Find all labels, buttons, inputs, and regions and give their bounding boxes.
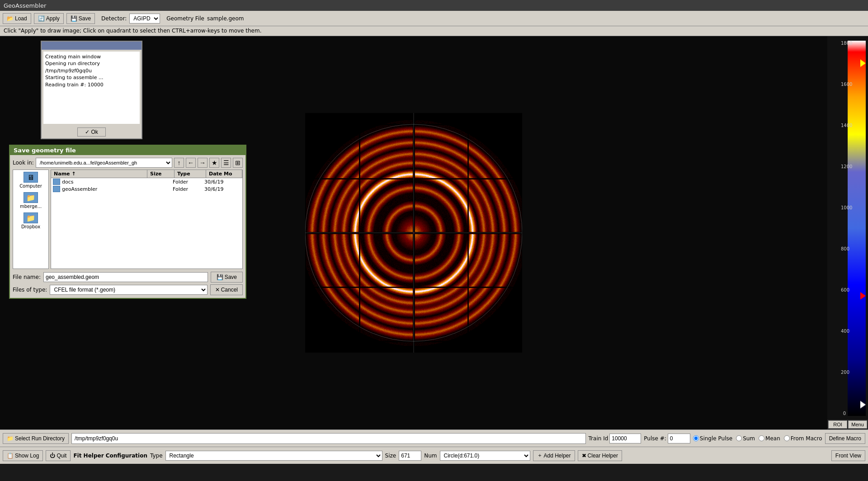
clear-icon: ✖: [582, 453, 586, 459]
colorbar-tick: 200: [841, 370, 866, 375]
folder-icon: [53, 179, 60, 185]
info-bar: Click "Apply" to draw image; Click on qu…: [0, 26, 868, 36]
place-icon: 📁: [24, 212, 38, 223]
view-detail-button[interactable]: ⊞: [233, 158, 243, 168]
bottom-bar1: 📁 Select Run Directory Train Id Pulse #:…: [0, 429, 868, 447]
filetype-label: Files of type:: [13, 287, 47, 293]
size-input[interactable]: [399, 451, 421, 461]
load-icon: 📂: [7, 15, 14, 22]
nav-forward-button[interactable]: →: [198, 158, 208, 168]
add-helper-button[interactable]: ＋ Add Helper: [533, 450, 575, 461]
lookin-row: Look in: /home/unimelb.edu.a...fel/geoAs…: [13, 158, 243, 168]
files-panel: Name ↑ Size Type Date Mo docsFolder30/6/…: [51, 170, 243, 269]
place-item[interactable]: 📁Dropbox: [13, 211, 48, 231]
table-row[interactable]: docsFolder30/6/19: [51, 178, 242, 185]
lookin-combo[interactable]: /home/unimelb.edu.a...fel/geoAssembler_g…: [36, 158, 172, 168]
mean-radio[interactable]: Mean: [759, 435, 780, 442]
roi-button[interactable]: ROI: [828, 420, 847, 429]
colorbar-tick: 0: [841, 411, 866, 416]
save-action-button[interactable]: 💾 Save: [211, 272, 243, 283]
num-label: Num: [424, 453, 437, 459]
train-id-label: Train Id: [589, 435, 609, 442]
table-row[interactable]: geoAssemblerFolder30/6/19: [51, 185, 242, 193]
filetype-combo[interactable]: CFEL file format (*.geom): [50, 285, 207, 295]
info-text: Click "Apply" to draw image; Click on qu…: [4, 28, 261, 34]
from-macro-radio[interactable]: From Macro: [784, 435, 822, 442]
detector-canvas[interactable]: [305, 113, 522, 353]
colorbar-tick: 800: [841, 246, 866, 251]
log-ok-area: ✓ Ok: [42, 126, 142, 138]
cancel-button[interactable]: ✕ Cancel: [210, 284, 243, 295]
save-dialog-body: Look in: /home/unimelb.edu.a...fel/geoAs…: [10, 155, 245, 298]
place-icon: 🖥: [24, 172, 38, 183]
quit-button[interactable]: ⏻ Quit: [46, 450, 71, 461]
places-panel: 🖥Computer📁mberge...📁Dropbox: [13, 170, 49, 269]
col-name[interactable]: Name ↑: [51, 170, 147, 178]
folder-icon: [53, 186, 60, 192]
log-icon: 📋: [7, 453, 14, 459]
col-date[interactable]: Date Mo: [206, 170, 242, 178]
save-action-icon: 💾: [217, 274, 223, 280]
select-run-directory-button[interactable]: 📁 Select Run Directory: [3, 433, 69, 444]
colorbar-tick: 1800: [841, 41, 866, 46]
place-icon: 📁: [24, 192, 38, 203]
apply-button[interactable]: 🔄 Apply: [34, 13, 64, 24]
title-bar: GeoAssembler: [0, 0, 868, 11]
nav-back-button[interactable]: ←: [186, 158, 196, 168]
add-icon: ＋: [537, 452, 542, 459]
train-id-input[interactable]: [609, 434, 641, 443]
toolbar: 📂 Load 🔄 Apply 💾 Save Detector: AGIPD LP…: [0, 11, 868, 26]
files-header: Name ↑ Size Type Date Mo: [51, 170, 242, 178]
place-item[interactable]: 🖥Computer: [13, 170, 48, 190]
save-geometry-dialog: Save geometry file Look in: /home/unimel…: [9, 145, 246, 299]
type-combo[interactable]: Rectangle Circle: [165, 451, 382, 461]
log-ok-button[interactable]: ✓ Ok: [77, 127, 106, 137]
size-label: Size: [385, 453, 396, 459]
nav-up-button[interactable]: ↑: [174, 158, 184, 168]
helper-config-label: Fit Helper Configuration: [73, 453, 147, 459]
apply-icon: 🔄: [38, 15, 45, 22]
pulse-label: Pulse #:: [644, 435, 666, 442]
save-icon: 💾: [71, 15, 77, 22]
col-type[interactable]: Type: [175, 170, 206, 178]
menu-button[interactable]: Menu: [848, 420, 867, 429]
num-combo[interactable]: Circle(d:671.0): [440, 451, 530, 461]
main-content: 180016001400120010008006004002000 ROI Me…: [0, 36, 868, 429]
save-button[interactable]: 💾 Save: [66, 13, 95, 24]
save-dialog-titlebar: Save geometry file: [10, 146, 245, 155]
pulse-area: Pulse #:: [644, 434, 690, 443]
pulse-input[interactable]: [668, 434, 690, 443]
lookin-label: Look in:: [13, 160, 34, 166]
detector-select[interactable]: AGIPD LPD: [129, 14, 160, 24]
colorbar-tick: 1200: [841, 164, 866, 169]
title-text: GeoAssembler: [4, 2, 46, 9]
view-list-button[interactable]: ☰: [221, 158, 231, 168]
detector-label: Detector:: [101, 15, 127, 22]
sum-radio[interactable]: Sum: [736, 435, 755, 442]
train-id-area: Train Id: [589, 434, 642, 443]
single-pulse-radio[interactable]: Single Pulse: [693, 435, 732, 442]
type-label: Type: [150, 453, 163, 459]
load-button[interactable]: 📂 Load: [3, 13, 31, 24]
file-list-container: 🖥Computer📁mberge...📁Dropbox Name ↑ Size …: [13, 170, 243, 269]
filename-label: File name:: [13, 274, 41, 280]
define-macro-button[interactable]: Define Macro: [825, 433, 865, 444]
roi-menu-bar: ROI Menu: [827, 420, 868, 429]
filename-input[interactable]: [43, 272, 208, 282]
run-dir-path-input[interactable]: [71, 433, 585, 444]
colorbar: 180016001400120010008006004002000: [841, 41, 866, 416]
log-content: Creating main windowOpening run director…: [43, 52, 140, 124]
col-size[interactable]: Size: [147, 170, 175, 178]
colorbar-tick: 600: [841, 288, 866, 292]
colorbar-area: 180016001400120010008006004002000 ROI Me…: [827, 36, 868, 429]
file-rows: docsFolder30/6/19geoAssemblerFolder30/6/…: [51, 178, 242, 193]
log-dialog: Creating main windowOpening run director…: [41, 41, 142, 139]
radio-group: Single Pulse Sum Mean From Macro: [693, 435, 822, 442]
clear-helper-button[interactable]: ✖ Clear Helper: [578, 450, 622, 461]
colorbar-tick: 1600: [841, 82, 866, 87]
show-log-button[interactable]: 📋 Show Log: [3, 450, 43, 461]
place-item[interactable]: 📁mberge...: [13, 190, 48, 211]
front-view-button[interactable]: Front View: [831, 450, 865, 461]
bookmarks-button[interactable]: ★: [209, 158, 219, 168]
geom-file-value: sample.geom: [207, 15, 244, 22]
